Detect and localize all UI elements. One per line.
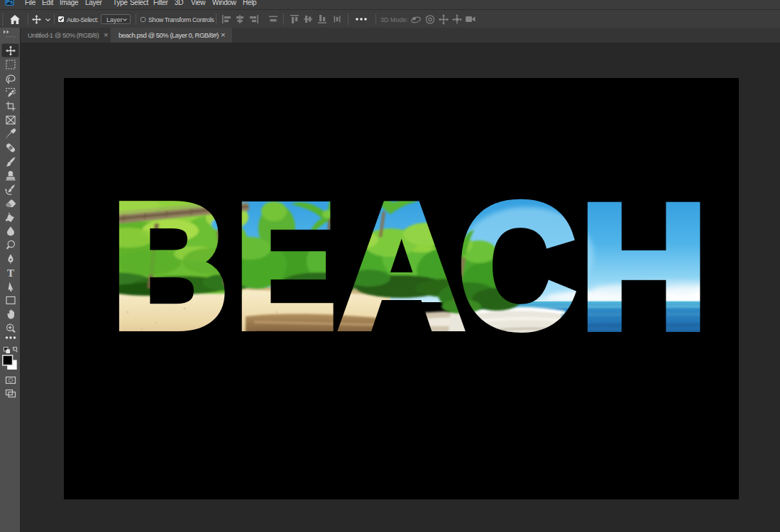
svg-text:3D Mode:: 3D Mode: bbox=[380, 16, 408, 23]
svg-text:T: T bbox=[7, 267, 14, 279]
svg-text:Ps: Ps bbox=[6, 0, 13, 5]
